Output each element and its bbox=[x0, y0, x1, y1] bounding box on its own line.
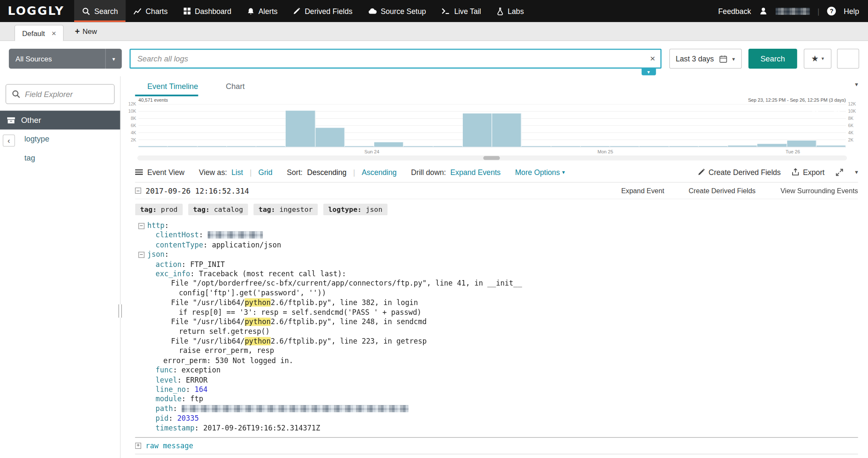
timeline-bar[interactable] bbox=[728, 146, 758, 147]
new-tab-button[interactable]: + New bbox=[75, 27, 97, 36]
json-key[interactable]: exc_info bbox=[156, 269, 190, 278]
timeline-bar[interactable] bbox=[551, 146, 581, 147]
nav-item-labs[interactable]: Labs bbox=[489, 0, 531, 22]
collapse-node-icon[interactable]: − bbox=[139, 223, 145, 229]
source-selector[interactable]: All Sources ▾ bbox=[9, 49, 122, 69]
json-value[interactable]: 20335 bbox=[177, 414, 199, 422]
nav-item-derived-fields[interactable]: Derived Fields bbox=[285, 0, 360, 22]
view-as-grid-link[interactable]: Grid bbox=[258, 168, 272, 176]
expand-event-button[interactable]: Expand Event bbox=[611, 187, 664, 194]
json-value[interactable]: ftp bbox=[190, 395, 203, 403]
nav-item-alerts[interactable]: Alerts bbox=[239, 0, 285, 22]
timeline-bar[interactable] bbox=[581, 146, 610, 147]
help-link[interactable]: Help bbox=[844, 7, 859, 15]
timeline-bar[interactable] bbox=[640, 146, 669, 147]
timeline-bar[interactable] bbox=[345, 146, 374, 147]
tab-event-timeline[interactable]: Event Timeline bbox=[135, 76, 198, 96]
json-value[interactable]: Traceback (most recent call last): bbox=[199, 269, 346, 278]
raw-message-link[interactable]: raw message bbox=[146, 441, 193, 450]
close-tab-icon[interactable]: × bbox=[52, 29, 56, 37]
field-explorer-input[interactable] bbox=[25, 90, 108, 99]
nav-item-source-setup[interactable]: Source Setup bbox=[360, 0, 434, 22]
expand-panel-icon[interactable] bbox=[831, 81, 840, 89]
event-timestamp[interactable]: 2017-09-26 12:16:52.314 bbox=[146, 186, 249, 195]
json-key[interactable]: level bbox=[156, 375, 177, 384]
timeline-scrollbar[interactable] bbox=[137, 155, 847, 161]
event-tag[interactable]: tag: ingestor bbox=[253, 204, 317, 215]
expand-panel-icon[interactable] bbox=[836, 168, 844, 176]
chevron-down-icon[interactable]: ▾ bbox=[855, 81, 858, 89]
timeline-bar[interactable] bbox=[610, 146, 640, 147]
json-key[interactable]: module bbox=[156, 395, 181, 403]
time-range-selector[interactable]: Last 3 days ▾ bbox=[669, 49, 742, 69]
nav-item-charts[interactable]: Charts bbox=[126, 0, 175, 22]
json-value[interactable]: ERROR bbox=[186, 375, 208, 384]
event-tag[interactable]: tag: catalog bbox=[188, 204, 248, 215]
json-key[interactable]: json bbox=[147, 250, 164, 259]
json-value[interactable]: exception bbox=[181, 366, 220, 374]
timeline-bar[interactable] bbox=[787, 141, 817, 147]
tab-chart[interactable]: Chart bbox=[214, 76, 245, 96]
scrollbar-handle[interactable] bbox=[483, 156, 500, 160]
saved-searches-button[interactable]: ★ ▾ bbox=[804, 49, 831, 69]
sidebar-item-logtype[interactable]: logtype bbox=[0, 130, 120, 148]
feedback-link[interactable]: Feedback bbox=[718, 7, 751, 15]
view-surrounding-events-button[interactable]: View Surrounding Events bbox=[770, 187, 858, 194]
view-as-list-link[interactable]: List bbox=[231, 168, 243, 176]
loggly-logo[interactable]: LOGGLY bbox=[0, 0, 74, 22]
timeline-bar[interactable] bbox=[168, 146, 198, 147]
expand-events-link[interactable]: Expand Events bbox=[451, 168, 501, 176]
zoom-in-icon[interactable] bbox=[831, 103, 841, 114]
timeline-bar[interactable] bbox=[433, 146, 463, 147]
json-key[interactable]: contentType bbox=[156, 241, 203, 249]
timeline-bar[interactable] bbox=[816, 146, 846, 147]
json-key[interactable]: action bbox=[156, 260, 181, 268]
json-key[interactable]: http bbox=[147, 221, 164, 230]
more-options-control[interactable]: More Options ▾ bbox=[515, 168, 565, 176]
timeline-bar[interactable] bbox=[669, 146, 698, 147]
timeline-bar[interactable] bbox=[139, 146, 168, 147]
collapse-node-icon[interactable]: − bbox=[139, 252, 145, 258]
timeline-bar[interactable] bbox=[256, 146, 286, 147]
nav-item-dashboard[interactable]: Dashboard bbox=[175, 0, 239, 22]
alerts-bell-button[interactable] bbox=[837, 49, 859, 69]
help-icon[interactable]: ? bbox=[827, 7, 836, 16]
json-key[interactable]: timestamp bbox=[156, 424, 195, 432]
sidebar-resize-handle[interactable] bbox=[119, 304, 122, 317]
json-key[interactable]: clientHost bbox=[156, 231, 199, 239]
nav-item-search[interactable]: Search bbox=[74, 0, 125, 22]
json-value[interactable]: application/json bbox=[212, 241, 281, 249]
username-redacted[interactable] bbox=[776, 8, 810, 15]
json-key[interactable]: path bbox=[156, 404, 173, 413]
timeline-bar[interactable] bbox=[286, 111, 315, 147]
tab-default[interactable]: Default × bbox=[14, 25, 64, 41]
timeline-bar[interactable] bbox=[463, 114, 492, 147]
timeline-bar[interactable] bbox=[403, 146, 433, 147]
sidebar-item-tag[interactable]: tag bbox=[0, 148, 120, 167]
timeline-bar[interactable] bbox=[522, 146, 551, 147]
timeline-bar[interactable] bbox=[198, 146, 227, 147]
json-key[interactable]: pid bbox=[156, 414, 169, 422]
event-view-control[interactable]: Event View bbox=[135, 168, 185, 176]
json-key[interactable]: func bbox=[156, 366, 173, 374]
create-derived-fields-button[interactable]: Create Derived Fields bbox=[698, 168, 781, 176]
create-derived-fields-action[interactable]: Create Derived Fields bbox=[679, 187, 755, 194]
timeline-bar[interactable] bbox=[227, 146, 256, 147]
json-value[interactable]: 2017-09-26T19:16:52.314371Z bbox=[203, 424, 320, 432]
search-input[interactable] bbox=[130, 49, 662, 69]
collapse-event-icon[interactable]: − bbox=[135, 188, 141, 194]
sort-descending[interactable]: Descending bbox=[307, 168, 346, 176]
json-key[interactable]: line_no bbox=[156, 385, 186, 394]
export-button[interactable]: Export bbox=[792, 168, 824, 176]
timeline-bar[interactable] bbox=[492, 113, 522, 147]
zoom-out-icon[interactable] bbox=[810, 103, 820, 114]
timeline-bar[interactable] bbox=[757, 144, 787, 147]
timeline-bar[interactable] bbox=[698, 146, 728, 147]
timeline-bar[interactable] bbox=[374, 142, 404, 147]
expand-raw-message-icon[interactable]: + bbox=[135, 443, 141, 449]
chevron-down-icon[interactable]: ▾ bbox=[855, 169, 858, 176]
timeline-bar[interactable] bbox=[315, 128, 345, 147]
sidebar-collapse-button[interactable]: ‹ bbox=[3, 134, 15, 147]
query-expander-flag[interactable]: ▾ bbox=[641, 69, 656, 75]
field-group-other[interactable]: Other bbox=[0, 111, 120, 129]
